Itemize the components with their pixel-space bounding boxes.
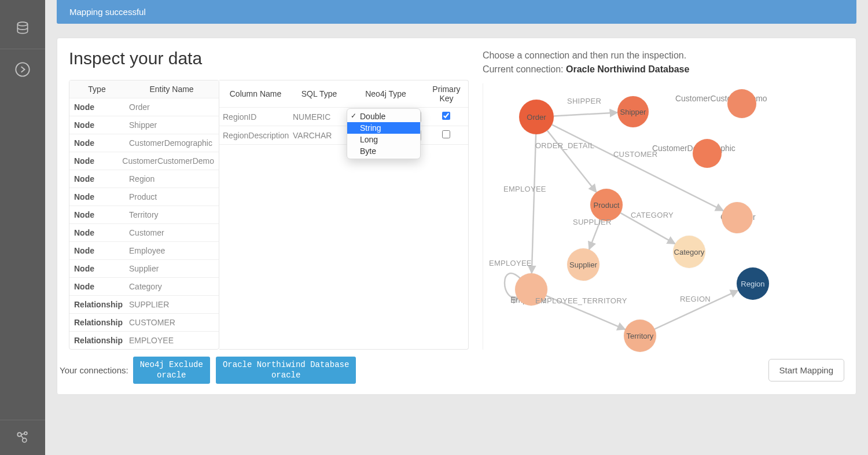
entity-row[interactable]: RelationshipCUSTOMER [69,314,219,332]
entity-header-name: Entity Name [124,80,219,98]
svg-line-6 [547,130,597,192]
graph-edge-label: EMPLOYEE [489,259,532,267]
col-header-sql: SQL Type [292,85,347,102]
entity-name: Category [124,278,219,295]
banner-text: Mapping successful [69,7,146,17]
instruction: Choose a connection and then run the ins… [483,49,844,76]
graph-node[interactable]: Territory [624,320,656,352]
graph-node[interactable] [722,202,753,233]
entity-type: Node [69,278,124,295]
run-icon[interactable] [14,61,31,78]
instruction-line1: Choose a connection and then run the ins… [483,50,686,60]
entity-name: Product [124,188,219,206]
main-area: Mapping successful Inspect your data Typ… [45,0,868,455]
entity-row[interactable]: NodeCustomer [69,224,219,242]
entity-type: Relationship [69,296,124,313]
entity-type: Node [69,170,124,188]
column-row: RegionIDNUMERIC▲▼DoubleStringLongByte [219,108,468,126]
dropdown-option[interactable]: Double [347,111,420,122]
entity-type: Node [69,152,117,170]
entity-name: SUPPLIER [124,296,219,313]
graph-node[interactable] [727,89,756,118]
neo4j-type-dropdown[interactable]: DoubleStringLongByte [347,108,421,159]
entity-name: CUSTOMER [124,314,219,331]
entity-table: Type Entity Name NodeOrderNodeShipperNod… [69,80,219,350]
entity-name: Employee [124,242,219,259]
left-sidebar [0,0,45,455]
entity-row[interactable]: NodeSupplier [69,260,219,278]
instruction-line2-prefix: Current connection: [483,64,566,74]
entity-row[interactable]: RelationshipSUPPLIER [69,296,219,314]
entity-row[interactable]: NodeCategory [69,278,219,296]
entity-type: Node [69,242,124,259]
col-header-pk: Primary Key [425,80,468,107]
graph-edge-label: EMPLOYEE_TERRITORY [535,296,627,305]
entity-row[interactable]: RelationshipEMPLOYEE [69,332,219,349]
current-connection-name: Oracle Northiwind Database [566,64,689,74]
graph-node[interactable]: Product [590,189,623,221]
entity-row[interactable]: NodeProduct [69,188,219,206]
dropdown-option[interactable]: Byte [347,145,420,157]
graph-edge-label: REGION [680,295,711,303]
entity-name: EMPLOYEE [124,332,219,349]
connection-chip[interactable]: Oracle Northiwind Database oracle [216,357,356,384]
graph-node[interactable]: Region [737,267,769,300]
entity-row[interactable]: NodeOrder [69,98,219,116]
entity-type: Node [69,206,124,223]
entity-name: Customer [124,224,219,241]
entity-type: Node [69,188,124,206]
graph-edge-label: CUSTOMER [613,150,658,159]
entity-name: CustomerDemographic [124,134,219,152]
entity-row[interactable]: NodeShipper [69,116,219,134]
inspect-panel: Inspect your data Type Entity Name NodeO… [57,38,856,395]
graph-node[interactable]: Supplier [567,248,599,281]
svg-point-1 [16,63,29,76]
success-banner: Mapping successful [57,0,856,24]
entity-type: Node [69,260,124,277]
column-row: RegionDescriptionVARCHAR▲▼ [219,126,468,145]
entity-type: Relationship [69,332,124,349]
entity-name: Territory [124,206,219,223]
graphdb-icon[interactable] [14,428,31,446]
graph-node[interactable]: Category [673,236,705,268]
graph-edge-label: CATEGORY [631,211,674,219]
column-name: RegionID [219,108,292,126]
svg-point-0 [17,22,27,26]
entity-name: Supplier [124,260,219,277]
dropdown-option[interactable]: Long [347,134,420,145]
entity-type: Node [69,224,124,241]
dropdown-option[interactable]: String [347,122,420,134]
start-mapping-button[interactable]: Start Mapping [768,359,844,381]
connections-label: Your connections: [60,365,128,375]
graph-edge-label: EMPLOYEE [503,185,546,193]
graph-visualization[interactable]: OrderShipperCustomerCustomerDemoCustomer… [483,83,844,350]
entity-type: Node [69,134,124,152]
entity-type: Relationship [69,314,124,331]
sql-type: VARCHAR [292,127,347,144]
svg-point-3 [24,432,27,435]
column-name: RegionDescription [219,127,292,144]
entity-row[interactable]: NodeCustomerDemographic [69,134,219,152]
entity-name: CustomerCustomerDemo [117,152,219,170]
panel-footer: Your connections: Neo4j Exclude oracleOr… [57,350,856,384]
database-icon[interactable] [14,20,31,37]
graph-node[interactable]: Order [519,100,554,134]
entity-row[interactable]: NodeTerritory [69,206,219,224]
graph-edge-label: SHIPPER [567,97,601,105]
entity-row[interactable]: NodeRegion [69,170,219,188]
entity-row[interactable]: NodeCustomerCustomerDemo [69,152,219,170]
entity-name: Order [124,98,219,116]
sql-type: NUMERIC [292,108,347,126]
graph-node[interactable]: Shipper [617,96,649,127]
svg-point-4 [23,438,27,442]
column-table: Column Name SQL Type Neo4j Type Primary … [219,80,469,350]
primary-key-checkbox[interactable] [442,130,450,138]
entity-header-type: Type [69,80,124,98]
entity-row[interactable]: NodeEmployee [69,242,219,260]
primary-key-checkbox[interactable] [442,112,450,120]
svg-line-5 [554,112,617,116]
col-header-name: Column Name [219,85,292,102]
connection-chip[interactable]: Neo4j Exclude oracle [133,357,210,384]
entity-name: Shipper [124,116,219,134]
graph-node[interactable] [693,139,722,168]
